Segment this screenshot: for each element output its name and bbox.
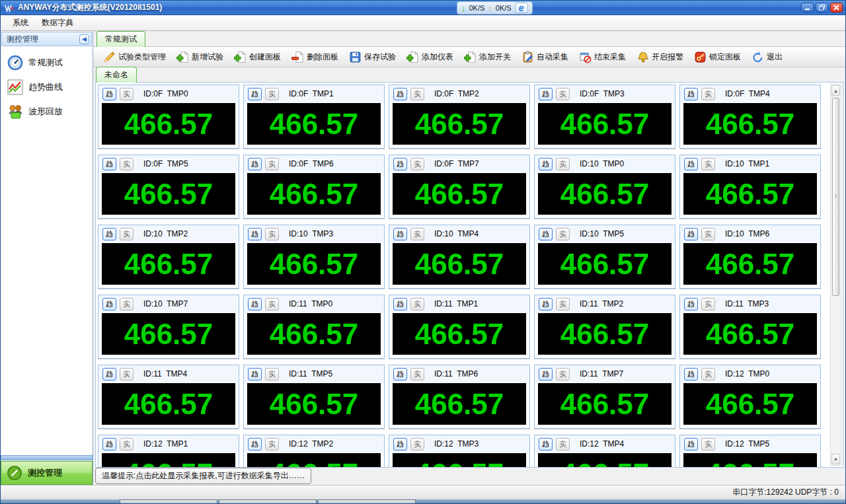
trend-button[interactable]: 趋 [393, 368, 407, 380]
realtime-button[interactable]: 实 [410, 368, 424, 380]
realtime-button[interactable]: 实 [120, 158, 134, 170]
realtime-button[interactable]: 实 [410, 158, 424, 170]
toolbar-button[interactable]: 退出 [747, 48, 787, 66]
trend-button[interactable]: 趋 [393, 298, 407, 310]
menu-data-dictionary[interactable]: 数据字典 [36, 15, 79, 30]
trend-button[interactable]: 趋 [539, 88, 553, 100]
trend-button[interactable]: 趋 [684, 438, 698, 450]
trend-button[interactable]: 趋 [539, 228, 553, 240]
scroll-up-button[interactable]: ▲ [831, 85, 840, 96]
trend-button[interactable]: 趋 [393, 158, 407, 170]
realtime-button[interactable]: 实 [410, 228, 424, 240]
meter-id-label: ID:0F TMP5 [143, 159, 188, 168]
collapse-sidebar-button[interactable]: ◀ [79, 34, 89, 44]
sidebar-item-trend-curve[interactable]: 趋势曲线 [7, 79, 93, 95]
toolbar-button[interactable]: 添加开关 [459, 48, 516, 66]
taskbar-window-button[interactable] [120, 499, 217, 503]
realtime-button[interactable]: 实 [556, 88, 570, 100]
realtime-button[interactable]: 实 [120, 298, 134, 310]
tab-regular-test[interactable]: 常规测试 [96, 31, 145, 47]
trend-button[interactable]: 趋 [248, 228, 262, 240]
sidebar-item-regular-test[interactable]: 常规测试 [7, 55, 93, 71]
trend-button[interactable]: 趋 [102, 88, 116, 100]
sidebar-item-waveform-playback[interactable]: 波形回放 [7, 104, 93, 120]
meter-id-label: ID:12 TMP2 [289, 439, 333, 449]
trend-button[interactable]: 趋 [102, 228, 116, 240]
realtime-button[interactable]: 实 [556, 298, 570, 310]
realtime-button[interactable]: 实 [265, 298, 279, 310]
trend-button[interactable]: 趋 [393, 438, 407, 450]
toolbar-button[interactable]: 锁定面板 [689, 48, 746, 66]
toolbar-button[interactable]: 保存试验 [344, 48, 401, 66]
trend-button[interactable]: 趋 [684, 228, 698, 240]
realtime-button[interactable]: 实 [120, 368, 134, 380]
scrollbar-thumb[interactable] [832, 98, 839, 296]
scroll-down-button[interactable]: ▼ [831, 454, 840, 464]
trend-button[interactable]: 趋 [539, 438, 553, 450]
measure-control-button[interactable]: 测控管理 [1, 461, 93, 485]
realtime-button[interactable]: 实 [410, 88, 424, 100]
realtime-button[interactable]: 实 [265, 438, 279, 450]
realtime-button[interactable]: 实 [410, 298, 424, 310]
trend-button[interactable]: 趋 [539, 158, 553, 170]
close-button[interactable] [830, 3, 843, 13]
toolbar-button[interactable]: 试验类型管理 [98, 48, 171, 66]
toolbar-button[interactable]: 结束采集 [574, 48, 631, 66]
realtime-button[interactable]: 实 [701, 228, 715, 240]
toolbar-button[interactable]: 添加仪表 [402, 48, 458, 66]
realtime-button[interactable]: 实 [265, 88, 279, 100]
realtime-button[interactable]: 实 [701, 368, 715, 380]
realtime-button[interactable]: 实 [265, 368, 279, 380]
trend-button[interactable]: 趋 [684, 298, 698, 310]
realtime-button[interactable]: 实 [265, 228, 279, 240]
trend-button[interactable]: 趋 [102, 298, 116, 310]
trend-button[interactable]: 趋 [684, 158, 698, 170]
app-icon [4, 3, 15, 13]
measure-control-label: 测控管理 [28, 467, 62, 479]
tab-unnamed[interactable]: 未命名 [96, 67, 137, 83]
ie-icon[interactable]: e [515, 3, 528, 13]
trend-button[interactable]: 趋 [248, 158, 262, 170]
realtime-button[interactable]: 实 [120, 438, 134, 450]
taskbar-window-button[interactable] [219, 499, 317, 503]
minimize-button[interactable] [801, 3, 814, 13]
realtime-button[interactable]: 实 [120, 88, 134, 100]
trend-button[interactable]: 趋 [102, 438, 116, 450]
restore-button[interactable] [816, 3, 828, 13]
menu-system[interactable]: 系统 [7, 15, 34, 30]
trend-button[interactable]: 趋 [539, 368, 553, 380]
trend-button[interactable]: 趋 [539, 298, 553, 310]
trend-button[interactable]: 趋 [684, 368, 698, 380]
sidebar-header-label: 测控管理 [7, 34, 38, 45]
trend-button[interactable]: 趋 [102, 368, 116, 380]
realtime-button[interactable]: 实 [556, 368, 570, 380]
realtime-button[interactable]: 实 [701, 438, 715, 450]
realtime-button[interactable]: 实 [265, 158, 279, 170]
sidebar-splitter[interactable] [1, 455, 93, 460]
trend-button[interactable]: 趋 [393, 88, 407, 100]
vertical-scrollbar[interactable]: ▲ ▼ [830, 84, 841, 466]
realtime-button[interactable]: 实 [701, 88, 715, 100]
trend-button[interactable]: 趋 [684, 88, 698, 100]
realtime-button[interactable]: 实 [410, 438, 424, 450]
toolbar-button[interactable]: 开启报警 [632, 48, 688, 66]
toolbar-button[interactable]: 创建面板 [229, 48, 286, 66]
meter-header: 趋 实 ID:0F TMP3 [535, 85, 675, 102]
report-hint-button[interactable]: 温馨提示:点击此处显示采集报表,可进行数据采集导出…… [95, 468, 311, 484]
realtime-button[interactable]: 实 [120, 228, 134, 240]
toolbar-button[interactable]: 删除面板 [287, 48, 343, 66]
trend-button[interactable]: 趋 [248, 88, 262, 100]
realtime-button[interactable]: 实 [556, 158, 570, 170]
toolbar-button[interactable]: 自动采集 [517, 48, 573, 66]
realtime-button[interactable]: 实 [701, 298, 715, 310]
trend-button[interactable]: 趋 [248, 438, 262, 450]
trend-button[interactable]: 趋 [102, 158, 116, 170]
toolbar-button[interactable]: 新增试验 [172, 48, 228, 66]
realtime-button[interactable]: 实 [701, 158, 715, 170]
realtime-button[interactable]: 实 [556, 438, 570, 450]
taskbar-window-button[interactable] [318, 499, 416, 503]
trend-button[interactable]: 趋 [393, 228, 407, 240]
realtime-button[interactable]: 实 [556, 228, 570, 240]
trend-button[interactable]: 趋 [248, 298, 262, 310]
trend-button[interactable]: 趋 [248, 368, 262, 380]
